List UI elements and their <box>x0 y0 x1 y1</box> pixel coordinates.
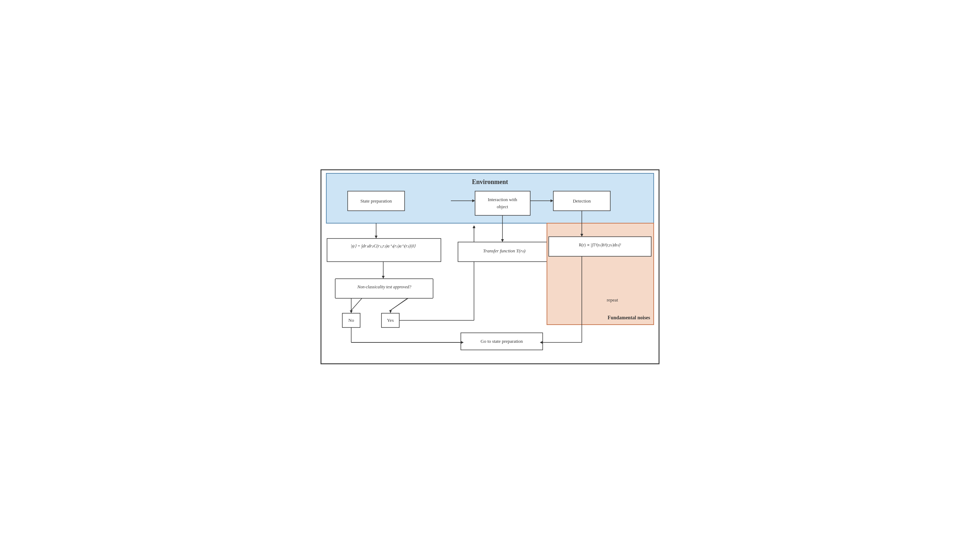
repeat-label: repeat <box>607 297 618 303</box>
flowchart-svg: Environment State preparation Interactio… <box>319 168 661 367</box>
svg-rect-5 <box>475 191 530 215</box>
r-formula-label: R(r) ∝ |∫T²(r₀)h²(r,r₀)dr₀|² <box>579 243 621 247</box>
transfer-fn-label: Transfer function T(r₀) <box>483 248 525 253</box>
yes-label: Yes <box>387 317 394 323</box>
no-label: No <box>348 317 354 323</box>
diagram-container: Environment State preparation Interactio… <box>319 168 661 367</box>
psi-state-label: |ψ⟩ = ∫dr₁dr₂C(r₁,r₂)a⁺ₛ(r₁)a⁺ᵢ(r₂)|0⟩ <box>351 244 416 248</box>
non-classicality-label: Non-classicality test approved? <box>357 284 411 290</box>
detection-label: Detection <box>573 198 591 204</box>
state-prep-label: State preparation <box>361 198 392 204</box>
fund-noises-label: Fundamental noises <box>608 315 651 320</box>
environment-label: Environment <box>472 178 508 185</box>
interaction-label-line1: Interaction with <box>488 197 517 202</box>
svg-rect-11 <box>327 239 441 262</box>
interaction-label-line2: object <box>497 204 508 209</box>
go-state-label: Go to state preparation <box>481 339 523 344</box>
